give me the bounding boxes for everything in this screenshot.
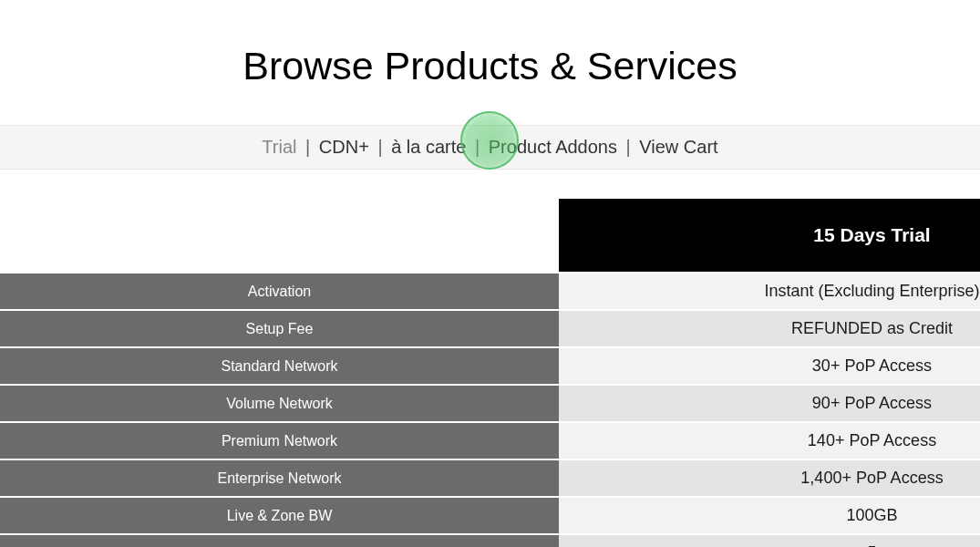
table-row: Enterprise Network 1,400+ PoP Access bbox=[0, 460, 980, 496]
row-label: Setup Fee bbox=[0, 311, 559, 346]
row-value: 5 bbox=[559, 535, 980, 547]
row-value: 140+ PoP Access bbox=[559, 423, 980, 459]
row-label-header bbox=[0, 199, 559, 272]
table-row: Activation Instant (Excluding Enterprise… bbox=[0, 274, 980, 309]
table-row: Stream Names 5 bbox=[0, 535, 980, 547]
row-value: Instant (Excluding Enterprise) bbox=[559, 274, 980, 309]
row-value: 30+ PoP Access bbox=[559, 348, 980, 384]
page-title: Browse Products & Services bbox=[0, 0, 980, 125]
row-value: 90+ PoP Access bbox=[559, 386, 980, 421]
nav-link-a-la-carte[interactable]: à la carte bbox=[391, 137, 466, 157]
table-row: Volume Network 90+ PoP Access bbox=[0, 386, 980, 421]
table-row: Premium Network 140+ PoP Access bbox=[0, 423, 980, 459]
row-label: Stream Names bbox=[0, 535, 559, 547]
nav-link-cdn-plus[interactable]: CDN+ bbox=[319, 137, 369, 157]
nav-separator: | bbox=[305, 137, 310, 157]
nav-separator: | bbox=[475, 137, 480, 157]
row-value: REFUNDED as Credit bbox=[559, 311, 980, 346]
row-value: 100GB bbox=[559, 498, 980, 533]
nav-separator: | bbox=[377, 137, 382, 157]
nav-separator: | bbox=[626, 137, 631, 157]
row-label: Enterprise Network bbox=[0, 460, 559, 496]
row-label: Standard Network bbox=[0, 348, 559, 384]
row-label: Volume Network bbox=[0, 386, 559, 421]
row-label: Activation bbox=[0, 274, 559, 309]
column-header-trial: 15 Days Trial bbox=[559, 199, 980, 272]
pricing-table-wrap: 15 Days Trial Activation Instant (Exclud… bbox=[0, 197, 980, 547]
nav-bar: Trial | CDN+ | à la carte | Product Addo… bbox=[0, 125, 980, 170]
row-label: Premium Network bbox=[0, 423, 559, 459]
pricing-table: 15 Days Trial Activation Instant (Exclud… bbox=[0, 197, 980, 547]
row-value: 1,400+ PoP Access bbox=[559, 460, 980, 496]
table-row: Live & Zone BW 100GB bbox=[0, 498, 980, 533]
table-row: Setup Fee REFUNDED as Credit bbox=[0, 311, 980, 346]
row-label: Live & Zone BW bbox=[0, 498, 559, 533]
table-row: Standard Network 30+ PoP Access bbox=[0, 348, 980, 384]
nav-link-trial[interactable]: Trial bbox=[262, 137, 296, 157]
nav-link-view-cart[interactable]: View Cart bbox=[639, 137, 717, 157]
nav-link-product-addons[interactable]: Product Addons bbox=[489, 137, 617, 157]
